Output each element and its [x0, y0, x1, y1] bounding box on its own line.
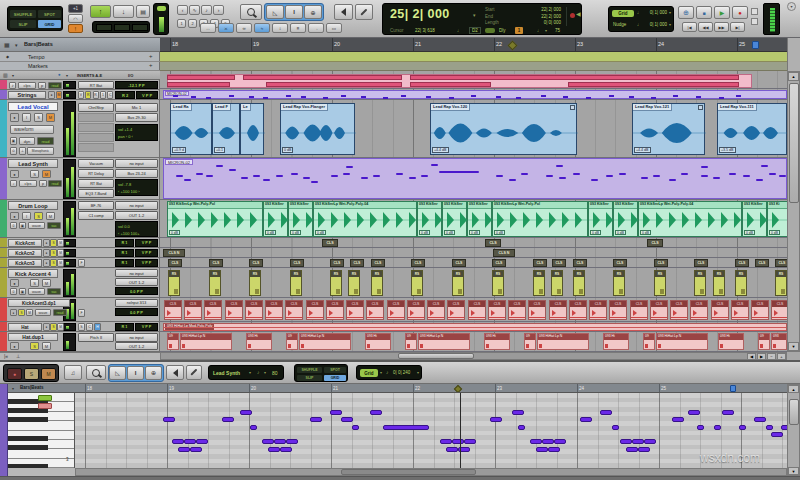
midi-note[interactable]	[163, 417, 175, 422]
midi-record-button[interactable]: ●	[7, 368, 22, 380]
audio-clip-cls[interactable]: CLS	[366, 300, 384, 320]
midi-note[interactable]	[229, 95, 234, 97]
audio-clip-cls[interactable]: CLS	[184, 300, 202, 320]
midi-clip-micron[interactable]: MICRON-02	[163, 90, 787, 99]
marker-diamond-icon[interactable]	[454, 385, 462, 393]
midi-note[interactable]	[330, 410, 342, 415]
dropdown-icon[interactable]: ▾	[545, 28, 547, 33]
audio-zoom-in-button[interactable]: ›	[213, 5, 224, 15]
mirrored-midi-button[interactable]: !	[68, 24, 83, 33]
track-list-icon[interactable]: ▥	[3, 72, 8, 78]
audio-clip-cls[interactable]: CLS	[285, 300, 303, 320]
link-option-button[interactable]: ▭	[326, 23, 342, 33]
dyn-button[interactable]: dyn	[19, 137, 35, 145]
midi-note[interactable]	[206, 175, 213, 177]
midi-track-selector[interactable]: Lead Synth ▾ ♪ ▾ 80	[208, 365, 284, 380]
midi-note[interactable]	[653, 175, 660, 177]
input-monitor-button[interactable]: I	[22, 113, 31, 122]
audio-clip[interactable]: 093 KikSnr0 dB	[417, 201, 442, 237]
midi-note[interactable]	[341, 95, 346, 97]
audio-clip-rs[interactable]: RS	[713, 270, 725, 296]
marker-diamond-icon[interactable]	[508, 41, 518, 51]
midi-note[interactable]	[669, 179, 676, 181]
audio-clip[interactable]: Lead Rap Vox-121+4.4 dB	[632, 103, 705, 155]
pencil-tool-button[interactable]	[355, 4, 373, 20]
zoom-in-button[interactable]: ↑	[90, 5, 111, 18]
insert-button[interactable]: EQ3 7-Band	[78, 189, 114, 198]
midi-note[interactable]	[530, 439, 542, 444]
midi-clip[interactable]	[410, 82, 491, 87]
dropdown-icon[interactable]: ▾	[669, 22, 671, 27]
audio-clip-cls[interactable]: CLS	[589, 300, 607, 320]
record-enable-button[interactable]: ●	[10, 170, 19, 178]
piano-black-key[interactable]	[8, 464, 48, 468]
tab-to-transient-button[interactable]: ◠	[68, 14, 83, 23]
input-selector[interactable]: noInput 3/13	[115, 299, 158, 307]
audio-clip[interactable]: Lead F+0.1	[212, 103, 240, 155]
track-view-selector[interactable]: wave	[28, 222, 45, 229]
transport-checkbox[interactable]	[751, 8, 758, 15]
midi-note[interactable]	[496, 175, 503, 177]
midi-note[interactable]	[449, 97, 454, 99]
midi-note[interactable]	[440, 439, 452, 444]
midi-clip-cls[interactable]: CLS	[452, 259, 466, 267]
midi-note[interactable]	[222, 417, 234, 422]
midi-grid-label[interactable]: Grid	[360, 369, 378, 377]
record-enable-button[interactable]: ●	[43, 323, 50, 331]
audio-clip-cls[interactable]: CLS	[265, 300, 283, 320]
link-option-button[interactable]: ≈	[254, 23, 270, 33]
audio-clip[interactable]: 09	[524, 333, 536, 350]
audio-clip-cls[interactable]: CLS	[346, 300, 364, 320]
midi-note[interactable]	[206, 97, 211, 99]
target-track-button[interactable]	[38, 395, 52, 401]
insert-letter-button[interactable]: H	[94, 323, 101, 331]
audio-clip-rs[interactable]: RS	[533, 270, 545, 296]
default-velocity[interactable]: 80	[272, 370, 278, 376]
midi-clip-micron[interactable]: MICRON-02	[163, 158, 787, 199]
audio-clip[interactable]: 093 KikSnr0 dB	[288, 201, 313, 237]
nudge-value[interactable]: 0| 1| 000	[643, 22, 667, 27]
voice-button[interactable]: 0	[10, 222, 17, 229]
midi-note[interactable]	[536, 447, 548, 452]
midi-clip-cls[interactable]: CLS	[249, 259, 263, 267]
start-value[interactable]: 22| 2| 000	[521, 7, 561, 12]
midi-note[interactable]	[241, 177, 248, 179]
audio-clip-rs[interactable]: RS	[348, 270, 360, 296]
midi-grabber-tool-button[interactable]: ⊕	[145, 366, 162, 380]
voice-button[interactable]: ▣	[10, 137, 17, 145]
audio-clip[interactable]: 093 Hi	[246, 333, 272, 350]
midi-clip[interactable]	[410, 75, 739, 80]
midi-note[interactable]	[509, 179, 516, 181]
track-name-hat[interactable]: Hat	[8, 323, 42, 331]
zoom-preset-1[interactable]: 1	[177, 19, 186, 28]
track-name-kickacnt[interactable]: KickAcnt	[8, 239, 42, 247]
record-enable-button[interactable]: ●	[43, 249, 50, 257]
midi-mode-spot[interactable]: SPOT	[324, 367, 346, 373]
midi-note[interactable]	[446, 447, 458, 452]
midi-note[interactable]	[280, 447, 292, 452]
audio-clip-cls[interactable]: CLS	[528, 300, 546, 320]
midi-note[interactable]	[303, 177, 310, 179]
midi-grid-display[interactable]: Grid ▾ ♪ 0| 0| 240 ▾	[356, 365, 422, 380]
audio-clip-rs[interactable]: RS	[551, 270, 563, 296]
audio-clip-rs[interactable]: RS	[694, 270, 706, 296]
midi-note[interactable]	[606, 175, 613, 177]
audio-clip-cls[interactable]: CLS	[204, 300, 222, 320]
midi-note[interactable]	[464, 439, 476, 444]
track-view-selector[interactable]: wave	[28, 288, 45, 295]
midi-clip-cls[interactable]: CLS	[552, 259, 566, 267]
insert-letter-button[interactable]: S	[78, 323, 85, 331]
midi-note[interactable]	[626, 447, 638, 452]
length-value[interactable]: 0| 0| 000	[521, 20, 561, 25]
audio-clip-cls[interactable]: CLS	[488, 300, 506, 320]
midi-note[interactable]	[286, 95, 291, 97]
zoom-preset-cell[interactable]	[96, 24, 112, 31]
audio-clip[interactable]: 093 KikSnrLp Wet-Poly-Poly-040 dB	[638, 201, 742, 237]
midi-note[interactable]	[754, 417, 766, 422]
edit-canvas[interactable]: MICRON-02Lead Ra+0.9 dLead F+0.1LeLead R…	[160, 71, 787, 352]
scrollbar-thumb[interactable]	[789, 399, 799, 425]
piano-white-key[interactable]	[8, 449, 75, 458]
midi-note[interactable]	[276, 175, 283, 177]
dropdown-icon[interactable]: ▾	[249, 370, 251, 375]
mute-button[interactable]: M	[42, 170, 51, 178]
